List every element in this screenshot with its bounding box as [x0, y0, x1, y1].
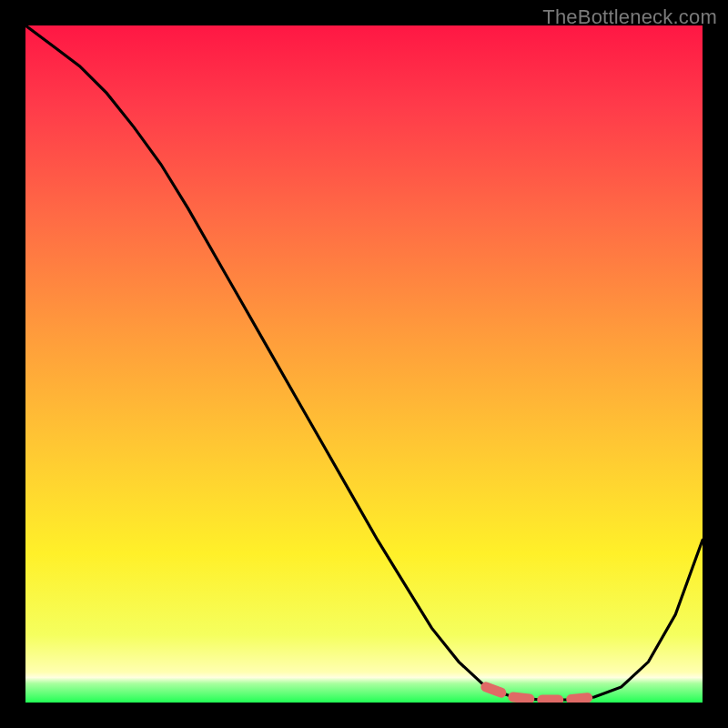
watermark-text: TheBottleneck.com: [542, 5, 717, 29]
curve-line: [25, 25, 703, 700]
bottleneck-curve: [25, 25, 703, 703]
plot-area: [25, 25, 703, 703]
chart-container: TheBottleneck.com: [0, 0, 728, 728]
curve-highlight: [486, 687, 594, 700]
